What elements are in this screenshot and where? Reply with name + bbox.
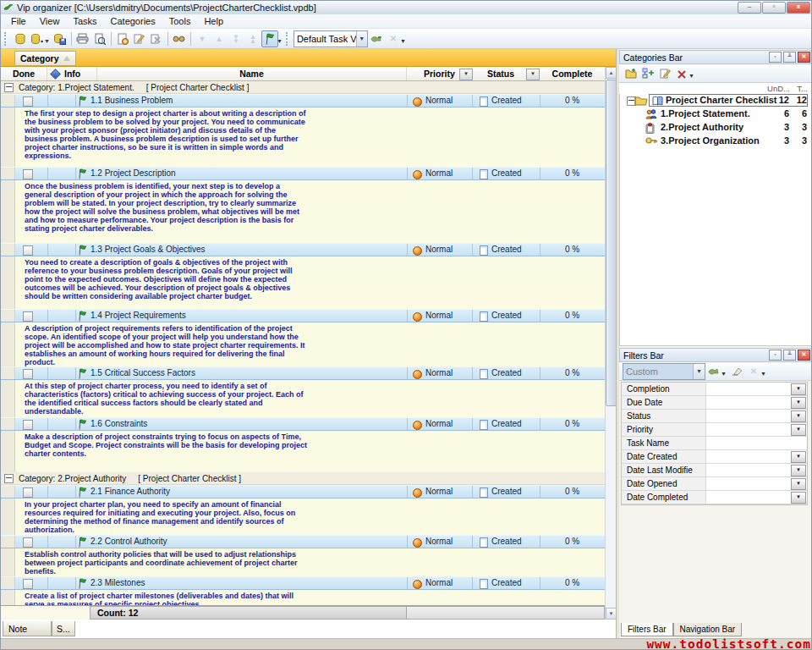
menu-help[interactable]: Help bbox=[197, 15, 230, 27]
filter-value-field[interactable] bbox=[706, 464, 792, 476]
filter-preset-dropdown-icon[interactable]: ▼ bbox=[693, 364, 705, 379]
done-checkbox[interactable] bbox=[23, 579, 33, 589]
close-button[interactable]: x bbox=[787, 2, 810, 14]
toolbar-grip[interactable] bbox=[4, 32, 8, 46]
add-task-list-button[interactable] bbox=[623, 65, 639, 82]
find-tasks-button[interactable] bbox=[171, 30, 188, 47]
move-up-button[interactable]: ▲ bbox=[211, 30, 228, 47]
delete-task-button[interactable] bbox=[148, 30, 165, 47]
task-view-combobox[interactable]: Default Task V ▼ bbox=[294, 30, 368, 47]
task-view-dropdown-icon[interactable]: ▼ bbox=[356, 31, 367, 47]
filters-restore-icon[interactable]: ▫ bbox=[769, 350, 782, 361]
move-to-bottom-button[interactable]: ▼▼ bbox=[228, 30, 244, 47]
apply-filter-button[interactable] bbox=[705, 363, 722, 380]
menu-tasks[interactable]: Tasks bbox=[66, 15, 103, 27]
task-row[interactable]: 2.2 Control Authority Normal Created 0 % bbox=[1, 535, 605, 548]
done-checkbox[interactable] bbox=[23, 488, 33, 498]
menu-tools[interactable]: Tools bbox=[162, 15, 198, 27]
filter-value-field[interactable] bbox=[706, 491, 792, 504]
column-header-done[interactable]: Done bbox=[1, 67, 47, 80]
task-row[interactable]: 1.5 Critical Success Factors Normal Crea… bbox=[1, 366, 605, 380]
task-row[interactable]: 2.1 Finance Authority Normal Created 0 % bbox=[1, 485, 605, 499]
task-row[interactable]: 1.4 Project Requirements Normal Created … bbox=[1, 309, 605, 322]
delete-category-button[interactable] bbox=[673, 65, 690, 82]
task-description-row[interactable]: You need to create a description of goal… bbox=[1, 256, 605, 309]
task-description-row[interactable]: Make a description of project constraint… bbox=[1, 431, 605, 472]
tree-root-item[interactable]: Project Charter Checklist1212 bbox=[620, 94, 812, 107]
filters-close-icon[interactable]: ✕ bbox=[798, 350, 810, 361]
save-database-button[interactable] bbox=[52, 30, 69, 47]
new-database-button[interactable] bbox=[12, 30, 29, 47]
filter-dropdown-icon[interactable]: ▼ bbox=[791, 451, 806, 463]
task-row[interactable]: 1.3 Project Goals & Objectives Normal Cr… bbox=[1, 243, 605, 256]
filter-value-field[interactable] bbox=[706, 450, 792, 463]
group-by-category-button[interactable]: Category bbox=[14, 51, 76, 66]
filter-value-field[interactable] bbox=[706, 477, 792, 490]
note-tab[interactable]: Note bbox=[3, 621, 52, 636]
menu-view[interactable]: View bbox=[33, 15, 67, 27]
collapse-icon[interactable] bbox=[4, 474, 14, 483]
category-group-row[interactable]: Category: 1.Project Statement. [ Project… bbox=[1, 81, 605, 94]
panel-tab-filters-bar[interactable]: Filters Bar bbox=[621, 623, 673, 636]
task-description-row[interactable]: The first your step to design a project … bbox=[1, 107, 605, 167]
edit-category-button[interactable] bbox=[656, 65, 673, 82]
task-description-row[interactable]: At this step of project charter process,… bbox=[1, 380, 605, 417]
filter-value-field[interactable] bbox=[706, 423, 792, 436]
new-task-button[interactable] bbox=[114, 30, 131, 47]
tree-category-item[interactable]: 3.Project Organization33 bbox=[620, 135, 812, 148]
clear-filter-button[interactable]: ✕ bbox=[745, 363, 762, 380]
tree-category-item[interactable]: 2.Project Authority33 bbox=[620, 121, 812, 135]
filter-dropdown-icon[interactable]: ▼ bbox=[791, 465, 806, 476]
open-database-button[interactable] bbox=[29, 30, 46, 47]
filter-dropdown-icon[interactable]: ▼ bbox=[791, 397, 806, 409]
print-preview-button[interactable] bbox=[91, 30, 108, 47]
column-header-complete[interactable]: Complete bbox=[540, 67, 605, 80]
categories-restore-icon[interactable]: ▫ bbox=[769, 52, 782, 63]
category-group-row[interactable]: Category: 2.Project Authority [ Project … bbox=[1, 472, 605, 485]
task-row[interactable]: 2.3 Milestones Normal Created 0 % bbox=[1, 576, 605, 590]
filter-value-field[interactable] bbox=[706, 383, 792, 395]
filter-dropdown-icon[interactable]: ▼ bbox=[791, 478, 806, 490]
minimize-button[interactable]: – bbox=[738, 2, 761, 14]
column-header-name[interactable]: Name bbox=[97, 67, 407, 80]
filters-pin-icon[interactable]: ╨ bbox=[783, 350, 796, 361]
print-button[interactable] bbox=[74, 30, 91, 47]
filter-value-field[interactable] bbox=[706, 437, 792, 449]
maximize-button[interactable]: ▫ bbox=[762, 2, 786, 14]
clear-view-button[interactable]: ✕ bbox=[385, 30, 402, 47]
task-description-row[interactable]: Once the business problem is identified,… bbox=[1, 180, 605, 243]
task-description-row[interactable]: A description of project requirements re… bbox=[1, 322, 605, 366]
edit-task-button[interactable] bbox=[131, 30, 148, 47]
flag-view-button[interactable] bbox=[261, 30, 278, 47]
filter-dropdown-icon[interactable]: ▼ bbox=[791, 410, 806, 422]
filter-dropdown-icon[interactable]: ▼ bbox=[791, 424, 806, 436]
erase-filter-button[interactable] bbox=[728, 363, 745, 380]
done-checkbox[interactable] bbox=[23, 369, 33, 379]
done-checkbox[interactable] bbox=[23, 169, 33, 179]
move-down-button[interactable]: ▼ bbox=[194, 30, 211, 47]
panel-tab-navigation-bar[interactable]: Navigation Bar bbox=[673, 623, 743, 636]
done-checkbox[interactable] bbox=[23, 96, 33, 107]
toolbar-grip-2[interactable] bbox=[286, 32, 290, 46]
filter-value-field[interactable] bbox=[706, 410, 792, 422]
done-checkbox[interactable] bbox=[23, 537, 33, 548]
categories-close-icon[interactable]: ✕ bbox=[798, 52, 810, 63]
done-checkbox[interactable] bbox=[23, 420, 33, 430]
tree-category-item[interactable]: 1.Project Statement.66 bbox=[620, 107, 812, 121]
collapse-icon[interactable] bbox=[4, 83, 14, 92]
task-row[interactable]: 1.2 Project Description Normal Created 0… bbox=[1, 167, 605, 180]
menu-file[interactable]: File bbox=[4, 15, 33, 27]
total-column-header[interactable]: T... bbox=[793, 84, 808, 93]
filter-dropdown-icon[interactable]: ▼ bbox=[791, 383, 806, 395]
filter-dropdown-icon[interactable]: ▼ bbox=[791, 492, 806, 504]
done-checkbox[interactable] bbox=[23, 245, 33, 256]
priority-filter-icon[interactable]: ▼ bbox=[459, 69, 473, 80]
filter-preset-combobox[interactable]: Custom ▼ bbox=[623, 363, 705, 380]
status-filter-icon[interactable]: ▼ bbox=[526, 69, 540, 80]
task-description-row[interactable]: Create a list of project charter milesto… bbox=[1, 590, 605, 605]
subtasks-tab[interactable]: S... bbox=[52, 621, 75, 636]
categories-pin-icon[interactable]: ╨ bbox=[783, 52, 796, 63]
move-to-top-button[interactable]: ▲▲ bbox=[244, 30, 261, 47]
add-category-button[interactable] bbox=[639, 65, 656, 82]
grid-vertical-scrollbar[interactable]: ▲ ▼ bbox=[605, 67, 616, 620]
